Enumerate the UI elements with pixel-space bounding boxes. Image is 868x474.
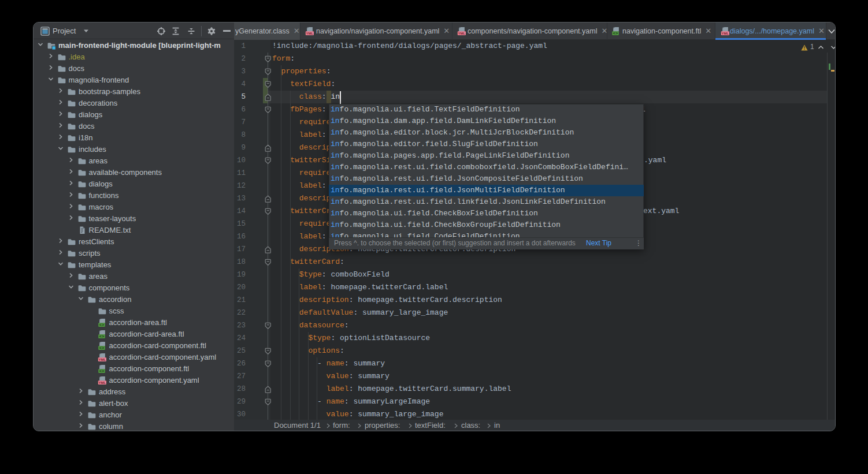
svg-text:YML: YML (458, 32, 466, 35)
svg-text:<>: <> (99, 323, 103, 327)
svg-text:YML: YML (306, 32, 314, 35)
svg-text:<>: <> (99, 369, 103, 374)
svg-text:<>: <> (613, 31, 618, 36)
svg-text:YML: YML (98, 358, 106, 361)
svg-text:<>: <> (99, 346, 103, 350)
svg-text:YML: YML (722, 32, 729, 35)
svg-text:YML: YML (98, 381, 106, 385)
svg-text:<>: <> (99, 334, 103, 339)
